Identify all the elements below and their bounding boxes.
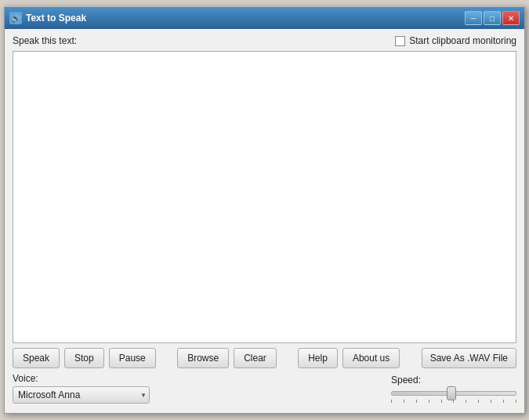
main-window: 🔊 Text to Speak ─ □ ✕ Speak this text: S… [4, 6, 525, 414]
title-bar-controls: ─ □ ✕ [465, 11, 520, 25]
clipboard-row: Start clipboard monitoring [395, 35, 516, 46]
buttons-row: Speak Stop Pause Browse Clear Help About… [13, 348, 516, 368]
text-area-wrapper [13, 51, 516, 343]
app-icon: 🔊 [9, 12, 22, 24]
about-button[interactable]: About us [342, 348, 400, 368]
tick-1 [391, 400, 392, 403]
clear-button[interactable]: Clear [234, 348, 277, 368]
speed-slider-thumb[interactable] [447, 386, 456, 400]
window-title: Text to Speak [26, 13, 86, 24]
tick-5 [441, 400, 442, 403]
stop-button[interactable]: Stop [64, 348, 104, 368]
tick-4 [429, 400, 429, 403]
title-bar-left: 🔊 Text to Speak [9, 12, 86, 24]
speak-button[interactable]: Speak [13, 348, 60, 368]
clipboard-checkbox[interactable] [395, 36, 405, 46]
voice-select-wrapper: Microsoft Anna Microsoft Sam Microsoft M… [13, 386, 150, 404]
tick-9 [491, 400, 491, 403]
voice-dropdown[interactable]: Microsoft Anna Microsoft Sam Microsoft M… [13, 386, 150, 404]
title-bar: 🔊 Text to Speak ─ □ ✕ [5, 7, 524, 29]
help-button[interactable]: Help [298, 348, 338, 368]
save-wav-button[interactable]: Save As .WAV File [422, 348, 516, 368]
maximize-button[interactable]: □ [484, 11, 501, 25]
header-row: Speak this text: Start clipboard monitor… [13, 35, 516, 46]
speak-textarea[interactable] [13, 52, 516, 342]
clipboard-label: Start clipboard monitoring [409, 35, 516, 46]
content-area: Speak this text: Start clipboard monitor… [5, 29, 524, 413]
browse-button[interactable]: Browse [177, 348, 229, 368]
speed-label: Speed: [391, 375, 421, 386]
voice-section: Voice: Microsoft Anna Microsoft Sam Micr… [13, 373, 150, 404]
pause-button[interactable]: Pause [109, 348, 156, 368]
footer-row: Voice: Microsoft Anna Microsoft Sam Micr… [13, 373, 516, 407]
tick-3 [416, 400, 417, 403]
tick-11 [516, 400, 516, 403]
tick-2 [404, 400, 404, 403]
tick-7 [466, 400, 466, 403]
tick-8 [478, 400, 479, 403]
speed-section: Speed: [391, 375, 516, 403]
minimize-button[interactable]: ─ [465, 11, 482, 25]
close-button[interactable]: ✕ [502, 11, 520, 25]
voice-label: Voice: [13, 373, 150, 384]
tick-10 [503, 400, 504, 403]
speed-slider-track[interactable] [391, 391, 516, 396]
speak-label: Speak this text: [13, 35, 77, 46]
